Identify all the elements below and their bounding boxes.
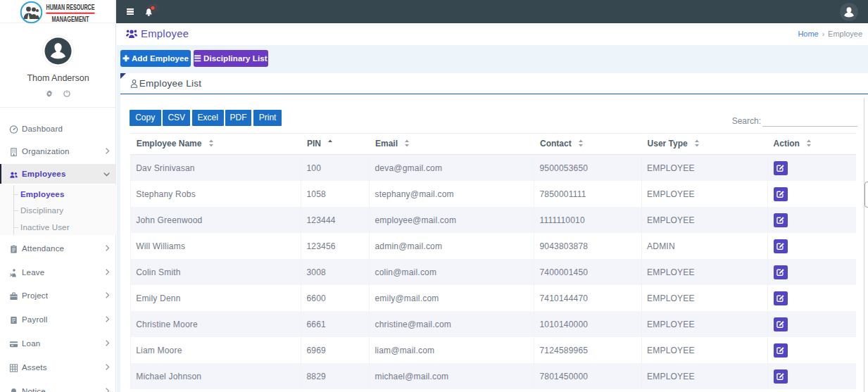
- svg-text:MANAGEMENT: MANAGEMENT: [52, 15, 89, 23]
- svg-text:HUMAN RESOURCE: HUMAN RESOURCE: [46, 3, 95, 11]
